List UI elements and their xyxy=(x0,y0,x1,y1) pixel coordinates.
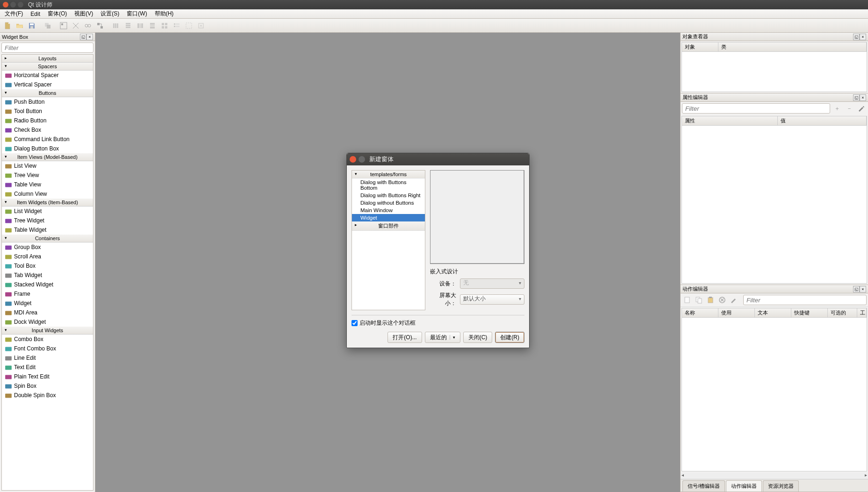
action-table[interactable]: 名称 使用 文本 快捷键 可选的 工 xyxy=(681,308,867,471)
wb-category[interactable]: Containers xyxy=(2,235,93,242)
widget-box-filter-input[interactable] xyxy=(1,43,93,53)
remove-property-icon[interactable]: － xyxy=(844,103,854,114)
dock-float-icon[interactable]: ◱ xyxy=(853,94,860,101)
show-on-startup-checkbox[interactable]: 启动时显示这个对话框 xyxy=(352,319,524,327)
wb-item[interactable]: Scroll Area xyxy=(2,252,93,261)
wb-item[interactable]: Table Widget xyxy=(2,225,93,235)
wb-item[interactable]: Radio Button xyxy=(2,116,93,125)
wb-item[interactable]: Combo Box xyxy=(2,335,93,344)
wb-item[interactable]: List Widget xyxy=(2,207,93,216)
edit-signals-icon[interactable] xyxy=(70,20,81,31)
layout-v-icon[interactable] xyxy=(122,20,134,31)
dock-float-icon[interactable]: ◱ xyxy=(80,34,86,40)
wb-item[interactable]: Font Combo Box xyxy=(2,344,93,353)
template-item[interactable]: Dialog with Buttons Bottom xyxy=(352,178,425,192)
menu-help[interactable]: 帮助(H) xyxy=(151,9,178,19)
adjust-size-icon[interactable] xyxy=(195,20,207,31)
widget-box-list[interactable]: LayoutsSpacersHorizontal SpacerVertical … xyxy=(1,54,93,491)
layout-hsplit-icon[interactable] xyxy=(135,20,146,31)
layout-form-icon[interactable] xyxy=(171,20,182,31)
tab-action-editor[interactable]: 动作编辑器 xyxy=(726,480,762,492)
new-action-icon[interactable] xyxy=(682,295,692,305)
wb-item[interactable]: Tab Widget xyxy=(2,271,93,280)
layout-grid-icon[interactable] xyxy=(159,20,170,31)
new-icon[interactable] xyxy=(2,20,13,31)
wb-item[interactable]: Push Button xyxy=(2,97,93,107)
open-button[interactable]: 打开(O)... xyxy=(387,332,422,343)
wb-item[interactable]: Tool Box xyxy=(2,261,93,271)
edit-widgets-icon[interactable] xyxy=(58,20,69,31)
template-item[interactable]: Dialog with Buttons Right xyxy=(352,192,425,199)
dialog-titlebar[interactable]: 新建窗体 xyxy=(347,153,529,165)
wb-category[interactable]: Buttons xyxy=(2,89,93,97)
scroll-right-icon[interactable]: ▸ xyxy=(865,472,867,479)
menu-file[interactable]: 文件(F) xyxy=(1,9,27,19)
edit-buddies-icon[interactable] xyxy=(82,20,93,31)
menu-settings[interactable]: 设置(S) xyxy=(97,9,123,19)
wb-item[interactable]: Tree Widget xyxy=(2,216,93,225)
create-button[interactable]: 创建(R) xyxy=(495,332,524,343)
wb-item[interactable]: Frame xyxy=(2,289,93,299)
delete-action-icon[interactable] xyxy=(717,295,727,305)
menu-view[interactable]: 视图(V) xyxy=(71,9,97,19)
wb-item[interactable]: Table View xyxy=(2,180,93,189)
layout-vsplit-icon[interactable] xyxy=(147,20,158,31)
action-filter-input[interactable] xyxy=(743,295,867,305)
send-back-icon[interactable] xyxy=(42,20,53,31)
wb-item[interactable]: Stacked Widget xyxy=(2,280,93,289)
configure-action-icon[interactable] xyxy=(729,295,739,305)
dialog-min-icon[interactable] xyxy=(359,156,365,163)
dialog-close-icon[interactable] xyxy=(350,156,356,163)
wb-item[interactable]: Vertical Spacer xyxy=(2,80,93,89)
save-icon[interactable] xyxy=(26,20,37,31)
menu-window[interactable]: 窗口(W) xyxy=(123,9,151,19)
col-value[interactable]: 值 xyxy=(778,116,867,125)
layout-h-icon[interactable] xyxy=(110,20,122,31)
wb-item[interactable]: Horizontal Spacer xyxy=(2,71,93,80)
window-maximize-icon[interactable] xyxy=(18,2,23,7)
col-use[interactable]: 使用 xyxy=(718,308,755,317)
paste-action-icon[interactable] xyxy=(705,295,716,305)
tab-signal-slot[interactable]: 信号/槽编辑器 xyxy=(682,480,725,492)
window-close-icon[interactable] xyxy=(3,2,8,7)
open-icon[interactable] xyxy=(14,20,25,31)
template-tree[interactable]: templates/forms Dialog with Buttons Bott… xyxy=(352,170,425,310)
dock-close-icon[interactable]: × xyxy=(86,34,93,40)
wb-category[interactable]: Layouts xyxy=(2,55,93,63)
edit-taborder-icon[interactable] xyxy=(94,20,106,31)
close-button[interactable]: 关闭(C) xyxy=(463,332,493,343)
template-item[interactable]: Widget xyxy=(352,214,425,221)
col-shortcut[interactable]: 快捷键 xyxy=(791,308,828,317)
menu-edit[interactable]: Edit xyxy=(27,10,44,18)
wb-item[interactable]: MDI Area xyxy=(2,308,93,317)
col-optional[interactable]: 可选的 xyxy=(828,308,857,317)
dock-float-icon[interactable]: ◱ xyxy=(853,286,860,292)
template-item[interactable]: Main Window xyxy=(352,207,425,214)
col-text[interactable]: 文本 xyxy=(755,308,791,317)
wb-item[interactable]: Spin Box xyxy=(2,381,93,391)
scroll-left-icon[interactable]: ◂ xyxy=(681,472,684,479)
wb-item[interactable]: Dock Widget xyxy=(2,317,93,327)
recent-button[interactable]: 最近的 xyxy=(425,332,460,343)
screen-size-combo[interactable]: 默认大小 xyxy=(460,294,524,305)
copy-action-icon[interactable] xyxy=(694,295,704,305)
property-filter-input[interactable] xyxy=(682,103,830,114)
add-property-icon[interactable]: ＋ xyxy=(832,103,842,114)
wb-item[interactable]: Tree View xyxy=(2,171,93,180)
wb-item[interactable]: Tool Button xyxy=(2,107,93,116)
wb-item[interactable]: Double Spin Box xyxy=(2,391,93,400)
wb-category[interactable]: Input Widgets xyxy=(2,327,93,335)
menu-forms[interactable]: 窗体(O) xyxy=(44,9,71,19)
wb-item[interactable]: List View xyxy=(2,161,93,171)
dock-close-icon[interactable]: × xyxy=(860,286,866,292)
wb-item[interactable]: Text Edit xyxy=(2,363,93,372)
wb-item[interactable]: Dialog Button Box xyxy=(2,144,93,153)
show-on-startup-input[interactable] xyxy=(352,320,358,326)
property-config-icon[interactable] xyxy=(856,103,867,114)
wb-category[interactable]: Item Views (Model-Based) xyxy=(2,153,93,161)
wb-category[interactable]: Item Widgets (Item-Based) xyxy=(2,199,93,207)
col-t[interactable]: 工 xyxy=(857,308,867,317)
wb-item[interactable]: Command Link Button xyxy=(2,135,93,144)
col-object[interactable]: 对象 xyxy=(682,43,718,51)
wb-item[interactable]: Check Box xyxy=(2,125,93,135)
